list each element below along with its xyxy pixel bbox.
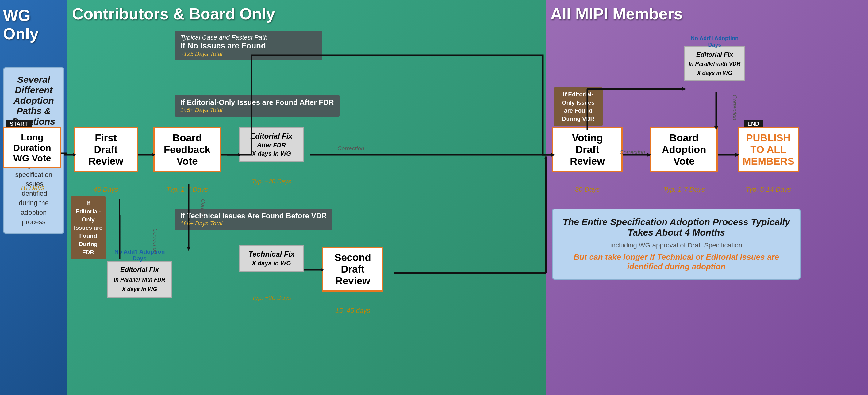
board-adoption-box: BoardAdoptionVote: [650, 127, 718, 172]
publish-text: PUBLISHTO ALLMEMBERS: [743, 132, 794, 167]
editorial-fix-fdr-days: Typ. +20 Days: [239, 178, 304, 185]
second-draft-days: 15–45 days: [322, 307, 383, 315]
correction-label-1: Correction: [200, 199, 206, 224]
svg-marker-5: [238, 153, 242, 157]
first-draft-days: 45 Days: [73, 186, 138, 193]
typical-case-box: Typical Case and Fastest Path If No Issu…: [175, 31, 322, 60]
editorial-fdr-sub: 145+ Days Total: [180, 107, 334, 114]
correction-label-2: Correction: [731, 95, 738, 120]
editorial-fix-fdr-box: Editorial FixAfter FDRX days in WG: [239, 127, 304, 162]
typical-case-sub: ~125 Days Total: [180, 51, 316, 57]
technical-fix-box: Technical FixX days in WG: [239, 245, 304, 272]
contrib-title: Contributors & Board Only: [72, 5, 541, 23]
editorial-issues-fdr-label: If Editorial-Only Issues are Found Durin…: [70, 196, 106, 260]
summary-box: The Entire Specification Adoption Proces…: [552, 209, 801, 280]
typical-case-path: If No Issues are Found: [180, 41, 316, 51]
vdr-days: 30 Days: [552, 186, 623, 193]
arrow-fdr-to-bfv: [138, 152, 156, 158]
publish-days: Typ. 5-14 Days: [738, 186, 799, 193]
mipi-title: All MIPI Members: [551, 5, 863, 23]
editorial-fdr-label: If Editorial-Only Issues are Found After…: [180, 98, 334, 107]
editorial-fix-vdr-text: Editorial FixIn Parallel with VDRX days …: [688, 50, 741, 77]
arrow-bfv-to-efdr: [221, 152, 242, 158]
editorial-fix-vdr-box: Editorial FixIn Parallel with VDRX days …: [684, 46, 745, 81]
technical-fix-days: Typ. +20 Days: [239, 295, 304, 301]
board-feedback-text: BoardFeedbackVote: [158, 132, 216, 167]
typical-case-label: Typical Case and Fastest Path: [180, 34, 316, 41]
arrow-tf-to-sdr: [304, 267, 325, 273]
long-duration-box: LongDurationWG Vote: [3, 127, 61, 169]
second-draft-box: SecondDraftReview: [322, 247, 383, 292]
technical-fix-text: Technical FixX days in WG: [244, 250, 299, 267]
arrow-bav-to-pub: [718, 152, 741, 158]
first-draft-text: FirstDraftReview: [79, 132, 133, 167]
editorial-fdr-box: If Editorial-Only Issues are Found After…: [175, 95, 340, 117]
main-container: WG Only Several Different Adoption Paths…: [0, 0, 868, 395]
first-draft-box: FirstDraftReview: [73, 127, 138, 172]
editorial-fix-parallel-note: No Add'l Adoption Days: [107, 248, 172, 262]
vdr-text: VotingDraftReview: [557, 132, 618, 167]
svg-marker-7: [187, 247, 190, 251]
long-duration-days: 10 Days: [3, 184, 61, 192]
board-adoption-text: BoardAdoptionVote: [655, 132, 713, 167]
board-feedback-box: BoardFeedbackVote: [153, 127, 221, 172]
arrow-vdr-to-bav: [623, 152, 653, 158]
svg-marker-9: [320, 268, 324, 272]
arrow-efvdr-to-bav: [713, 92, 719, 132]
second-draft-text: SecondDraftReview: [327, 252, 378, 287]
editorial-fix-vdr-note: No Add'l Adoption Days: [684, 35, 745, 48]
board-adoption-days: Typ. 1-7 Days: [650, 186, 718, 193]
svg-marker-3: [152, 153, 156, 157]
svg-marker-18: [682, 87, 686, 91]
arrow-vdr-to-efvdr: [586, 70, 690, 132]
svg-marker-13: [736, 153, 740, 157]
editorial-fix-fdr-text: Editorial FixAfter FDRX days in WG: [244, 132, 299, 158]
summary-title: The Entire Specification Adoption Proces…: [560, 217, 792, 238]
mipi-column: All MIPI Members VotingDraftReview 30 Da…: [546, 0, 868, 395]
svg-marker-15: [714, 126, 718, 130]
svg-marker-11: [647, 153, 652, 157]
long-duration-text: LongDurationWG Vote: [8, 132, 56, 163]
wg-column: WG Only Several Different Adoption Paths…: [0, 0, 67, 395]
summary-sub: including WG approval of Draft Specifica…: [560, 241, 792, 249]
summary-orange: But can take longer if Technical or Edit…: [560, 252, 792, 271]
arrow-bfv-to-tf: [186, 184, 192, 251]
contrib-column: Contributors & Board Only Typical Case a…: [67, 0, 546, 395]
wg-title: WG Only: [3, 6, 64, 43]
editorial-fix-parallel-text: Editorial FixIn Parallel with FDRX days …: [112, 265, 167, 294]
editorial-fix-parallel-box: Editorial FixIn Parallel with FDRX days …: [107, 261, 172, 298]
publish-box: PUBLISHTO ALLMEMBERS: [738, 127, 799, 172]
technical-box: If Technical Issues Are Found Before VDR…: [175, 209, 332, 230]
vdr-box: VotingDraftReview: [552, 127, 623, 172]
